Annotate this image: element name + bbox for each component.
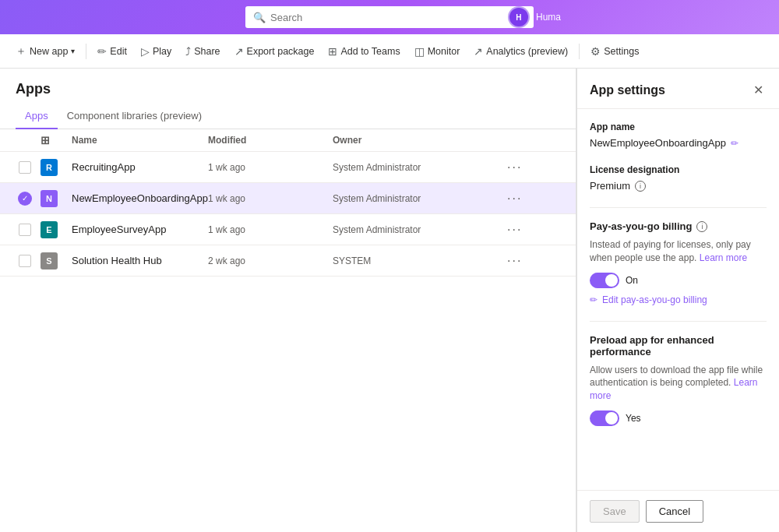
row-icon-4: S xyxy=(41,252,72,270)
table-header: ⊞ Name Modified Owner xyxy=(0,129,576,152)
new-app-button[interactable]: ＋ New app ▾ xyxy=(9,40,81,63)
pay-billing-section: Pay-as-you-go billing i Instead of payin… xyxy=(590,220,767,305)
row-modified-3: 1 wk ago xyxy=(208,224,333,235)
tab-apps[interactable]: Apps xyxy=(16,104,58,129)
checkbox-3[interactable] xyxy=(19,224,31,236)
row-icon-1: R xyxy=(41,159,72,176)
play-button[interactable]: ▷ Play xyxy=(135,41,178,62)
toolbar: ＋ New app ▾ ✏ Edit ▷ Play ⤴ Share ↗ Expo… xyxy=(0,34,779,69)
app-name-field: NewEmployeeOnboardingApp ✏ xyxy=(590,137,767,149)
row-owner-4: SYSTEM xyxy=(333,255,504,266)
close-button[interactable]: ✕ xyxy=(750,81,767,99)
row-icon-3: E xyxy=(41,221,72,238)
preload-desc: Allow users to download the app file whi… xyxy=(590,364,767,403)
preload-toggle[interactable] xyxy=(590,410,619,426)
preload-toggle-row: Yes xyxy=(590,410,767,426)
license-section: License designation Premium i xyxy=(590,164,767,192)
divider-settings-1 xyxy=(590,207,767,208)
add-to-teams-button[interactable]: ⊞ Add to Teams xyxy=(322,41,406,62)
analytics-button[interactable]: ↗ Analytics (preview) xyxy=(467,41,574,62)
row-dots-4[interactable]: ··· xyxy=(504,252,566,270)
settings-button[interactable]: ⚙ Settings xyxy=(584,41,645,62)
license-info-icon[interactable]: i xyxy=(635,181,646,192)
license-label: License designation xyxy=(590,164,767,175)
app-name-label: App name xyxy=(590,122,767,132)
row-modified-4: 2 wk ago xyxy=(208,255,333,266)
monitor-icon: ◫ xyxy=(414,45,425,58)
analytics-icon: ↗ xyxy=(474,45,483,58)
row-owner-2: System Administrator xyxy=(333,193,504,204)
save-button[interactable]: Save xyxy=(590,500,640,523)
edit-button[interactable]: ✏ Edit xyxy=(91,41,133,62)
checkbox-4[interactable] xyxy=(19,255,31,267)
pay-billing-toggle-row: On xyxy=(590,273,767,288)
settings-footer: Save Cancel xyxy=(577,490,779,532)
row-modified-2: 1 wk ago xyxy=(208,193,333,204)
pay-billing-info-icon[interactable]: i xyxy=(696,221,707,232)
export-package-button[interactable]: ↗ Export package xyxy=(228,41,321,62)
row-name-2: NewEmployeeOnboardingApp xyxy=(72,192,208,204)
table-row[interactable]: ✓ N NewEmployeeOnboardingApp 1 wk ago Sy… xyxy=(0,183,576,214)
check-selected-2: ✓ xyxy=(18,192,32,206)
header-owner: Owner xyxy=(333,135,504,146)
cancel-button[interactable]: Cancel xyxy=(646,500,703,523)
row-check-2: ✓ xyxy=(9,192,41,206)
settings-icon: ⚙ xyxy=(590,45,601,58)
env-label: Environ xyxy=(470,12,502,23)
table-row[interactable]: S Solution Health Hub 2 wk ago SYSTEM ··… xyxy=(0,245,576,277)
row-dots-1[interactable]: ··· xyxy=(504,159,566,176)
preload-title-row: Preload app for enhanced performance xyxy=(590,334,767,358)
left-panel: Apps Apps Component libraries (preview) … xyxy=(0,69,576,532)
apps-table: ⊞ Name Modified Owner R RecruitingApp 1 xyxy=(0,129,576,277)
share-button[interactable]: ⤴ Share xyxy=(179,41,226,62)
app-icon-survey: E xyxy=(41,221,58,238)
top-bar: 🔍 Environ H Huma xyxy=(0,0,779,34)
row-owner-1: System Administrator xyxy=(333,162,504,173)
search-icon: 🔍 xyxy=(253,12,266,23)
license-value: Premium xyxy=(590,180,630,192)
grid-icon: ⊞ xyxy=(41,134,50,146)
chevron-down-icon: ▾ xyxy=(71,47,75,55)
edit-billing-button[interactable]: ✏ Edit pay-as-you-go billing xyxy=(590,294,707,305)
preload-toggle-label: Yes xyxy=(626,413,641,424)
row-dots-2[interactable]: ··· xyxy=(504,190,566,207)
app-name-edit-icon[interactable]: ✏ xyxy=(731,138,738,149)
monitor-button[interactable]: ◫ Monitor xyxy=(408,41,467,62)
main-layout: Apps Apps Component libraries (preview) … xyxy=(0,69,779,532)
app-name-value: NewEmployeeOnboardingApp xyxy=(590,137,726,149)
tab-component-libraries[interactable]: Component libraries (preview) xyxy=(58,104,211,129)
checkbox-1[interactable] xyxy=(19,161,31,174)
header-name: Name xyxy=(72,135,208,146)
edit-billing-icon: ✏ xyxy=(590,294,597,305)
app-icon-solution-health: S xyxy=(41,252,58,270)
license-row: Premium i xyxy=(590,180,767,192)
app-icon-recruiting: R xyxy=(41,159,58,176)
table-row[interactable]: R RecruitingApp 1 wk ago System Administ… xyxy=(0,152,576,183)
pay-billing-learn-more[interactable]: Learn more xyxy=(700,252,747,263)
toggle-knob-2 xyxy=(605,412,618,425)
top-right-area: Environ H Huma xyxy=(470,6,561,28)
app-icon-new-employee: N xyxy=(41,190,58,207)
divider-1 xyxy=(86,44,86,59)
settings-title: App settings xyxy=(590,83,665,97)
row-dots-3[interactable]: ··· xyxy=(504,221,566,238)
avatar[interactable]: H xyxy=(508,6,530,28)
settings-header: App settings ✕ xyxy=(577,69,779,109)
row-owner-3: System Administrator xyxy=(333,224,504,235)
settings-body: App name NewEmployeeOnboardingApp ✏ Lice… xyxy=(577,109,779,490)
app-settings-panel: App settings ✕ App name NewEmployeeOnboa… xyxy=(576,69,779,532)
row-check-3 xyxy=(9,224,41,236)
pay-billing-toggle[interactable] xyxy=(590,273,619,288)
app-name-section: App name NewEmployeeOnboardingApp ✏ xyxy=(590,122,767,149)
header-icon: ⊞ xyxy=(41,134,72,146)
divider-2 xyxy=(579,44,580,59)
edit-icon: ✏ xyxy=(97,45,107,58)
row-icon-2: N xyxy=(41,190,72,207)
export-icon: ↗ xyxy=(234,45,244,58)
row-check-1 xyxy=(9,161,41,174)
share-icon: ⤴ xyxy=(185,45,191,58)
preload-heading: Preload app for enhanced performance xyxy=(590,334,767,358)
table-row[interactable]: E EmployeeSurveyApp 1 wk ago System Admi… xyxy=(0,214,576,245)
pay-billing-desc: Instead of paying for licenses, only pay… xyxy=(590,238,767,265)
play-icon: ▷ xyxy=(141,45,150,58)
